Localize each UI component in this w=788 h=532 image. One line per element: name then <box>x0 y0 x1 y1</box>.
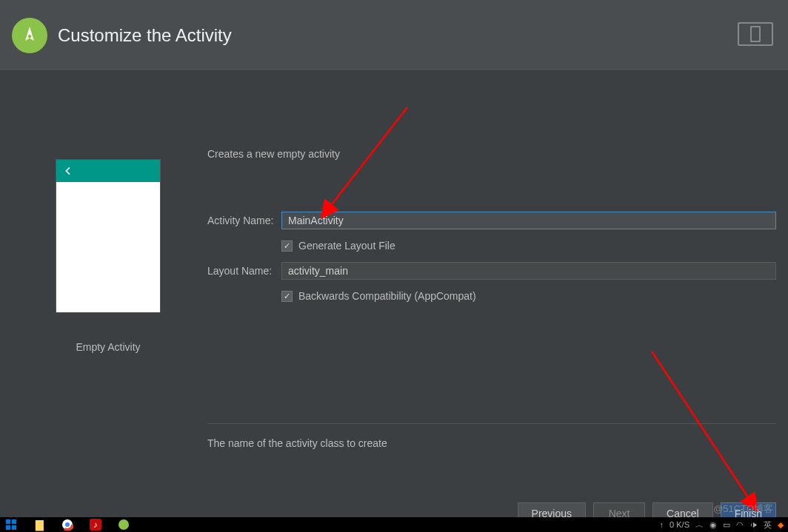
backwards-compat-label: Backwards Compatibility (AppCompat) <box>298 290 476 302</box>
tray-app-icon[interactable]: ◆ <box>778 520 784 530</box>
tray-wifi-icon[interactable]: ◠ <box>736 520 744 530</box>
backwards-compat-checkbox[interactable]: ✓ <box>281 291 293 302</box>
wizard-content: Empty Activity Creates a new empty activ… <box>0 70 788 495</box>
preview-caption: Empty Activity <box>76 341 140 353</box>
tray-chevron-icon[interactable]: ︿ <box>695 519 704 531</box>
taskbar-tray: ↑ 0 K/S ︿ ◉ ▭ ◠ 🕩 英 ◆ <box>660 519 784 531</box>
wizard-header: Customize the Activity <box>0 0 788 70</box>
tray-volume-icon[interactable]: 🕩 <box>749 520 758 529</box>
generate-layout-label: Generate Layout File <box>298 240 395 252</box>
helper-text: The name of the activity class to create <box>207 437 776 449</box>
netease-music-icon[interactable]: ♪ <box>89 518 102 531</box>
svg-rect-6 <box>12 525 16 530</box>
windows-start-icon[interactable] <box>4 518 18 531</box>
wizard-title: Customize the Activity <box>58 25 232 46</box>
upload-speed-icon: ↑ <box>660 520 664 529</box>
backwards-compat-row[interactable]: ✓ Backwards Compatibility (AppCompat) <box>281 287 776 305</box>
preview-toolbar <box>56 160 160 182</box>
form-divider: The name of the activity class to create <box>207 423 776 449</box>
tray-lang-indicator[interactable]: 英 <box>764 519 772 531</box>
svg-rect-4 <box>12 519 16 524</box>
network-speed: 0 K/S <box>670 520 690 529</box>
windows-taskbar: ▇ ♪ ↑ 0 K/S ︿ ◉ ▭ ◠ 🕩 英 ◆ <box>0 517 788 532</box>
svg-point-9 <box>65 522 70 527</box>
generate-layout-row[interactable]: ✓ Generate Layout File <box>281 237 776 255</box>
activity-name-row: Activity Name: <box>207 212 776 229</box>
activity-name-input[interactable] <box>281 212 776 229</box>
layout-name-label: Layout Name: <box>207 265 281 277</box>
svg-rect-5 <box>6 525 10 530</box>
activity-name-label: Activity Name: <box>207 215 281 226</box>
compass-icon <box>19 25 40 46</box>
svg-point-12 <box>118 519 129 530</box>
activity-preview <box>56 159 161 313</box>
watermark: @51CTO博客 <box>713 502 773 516</box>
android-studio-logo <box>12 18 47 53</box>
svg-text:♪: ♪ <box>93 520 98 529</box>
file-explorer-icon[interactable]: ▇ <box>33 518 46 531</box>
svg-point-0 <box>28 34 32 38</box>
tray-circle-icon[interactable]: ◉ <box>709 520 717 530</box>
android-studio-taskbar-icon[interactable] <box>117 518 130 531</box>
preview-panel: Empty Activity <box>12 92 204 495</box>
svg-rect-3 <box>6 519 10 524</box>
chrome-icon[interactable] <box>61 518 74 531</box>
form-subtitle: Creates a new empty activity <box>207 148 776 160</box>
device-preview-icon <box>738 22 773 46</box>
back-arrow-icon <box>62 165 74 177</box>
tray-battery-icon[interactable]: ▭ <box>723 520 730 530</box>
layout-name-input[interactable] <box>281 262 776 280</box>
layout-name-row: Layout Name: <box>207 262 776 280</box>
generate-layout-checkbox[interactable]: ✓ <box>281 240 293 252</box>
form-panel: Creates a new empty activity Activity Na… <box>204 92 776 495</box>
